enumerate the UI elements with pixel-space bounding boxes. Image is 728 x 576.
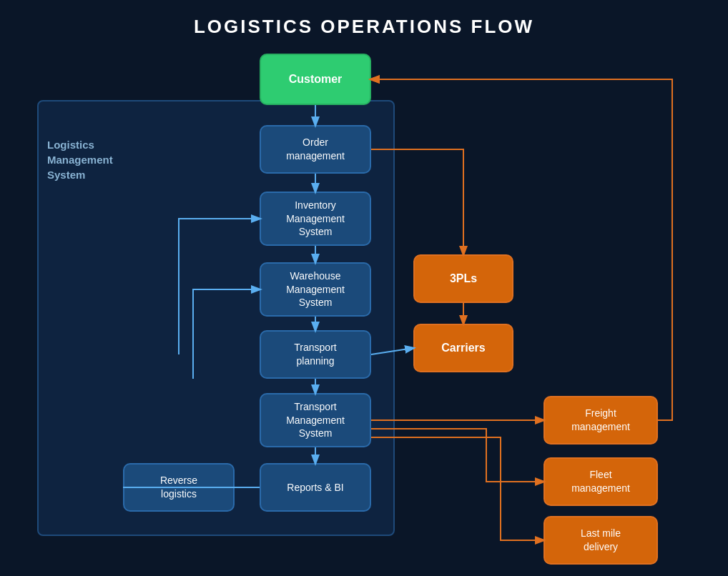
customer-node: Customer — [260, 54, 371, 105]
reverse-logistics-node: Reverselogistics — [123, 463, 235, 512]
lms-label: LogisticsManagementSystem — [47, 137, 119, 182]
carriers-node: Carriers — [413, 324, 513, 372]
diagram-title: LOGISTICS OPERATIONS FLOW — [0, 0, 728, 38]
diagram-container: LOGISTICS OPERATIONS FLOW LogisticsManag… — [0, 0, 728, 576]
order-management-node: Ordermanagement — [260, 125, 371, 174]
lastmile-node: Last miledelivery — [543, 516, 658, 565]
transport-mgmt-node: TransportManagementSystem — [260, 393, 371, 447]
thirdpls-node: 3PLs — [413, 254, 513, 303]
reports-node: Reports & BI — [260, 463, 371, 512]
freight-node: Freightmanagement — [543, 396, 658, 445]
fleet-node: Fleetmanagement — [543, 457, 658, 506]
inventory-node: InventoryManagementSystem — [260, 192, 371, 246]
transport-planning-node: Transportplanning — [260, 330, 371, 379]
warehouse-node: WarehouseManagementSystem — [260, 262, 371, 317]
